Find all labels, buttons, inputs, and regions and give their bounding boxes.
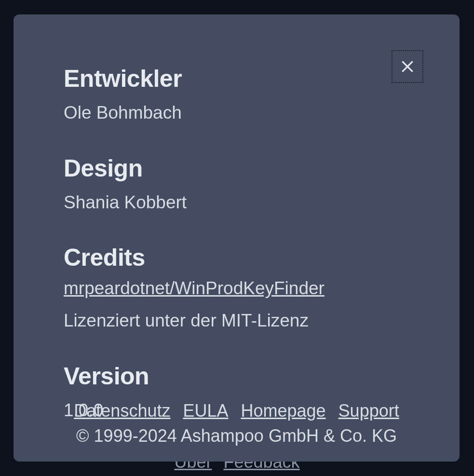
design-section: Design Shania Kobbert: [64, 154, 421, 216]
close-icon: [400, 59, 415, 74]
homepage-link[interactable]: Homepage: [241, 401, 325, 421]
credits-link[interactable]: mrpeardotnet/WinProdKeyFinder: [64, 278, 325, 299]
eula-link[interactable]: EULA: [183, 401, 228, 421]
developer-value: Ole Bohmbach: [64, 99, 421, 126]
credits-license: Lizenziert unter der MIT-Lizenz: [64, 307, 421, 334]
privacy-link[interactable]: Datenschutz: [74, 401, 170, 421]
credits-section: Credits mrpeardotnet/WinProdKeyFinder Li…: [64, 244, 421, 334]
footer-links: Datenschutz EULA Homepage Support: [14, 401, 460, 421]
design-value: Shania Kobbert: [64, 189, 421, 216]
credits-heading: Credits: [64, 244, 421, 272]
developer-section: Entwickler Ole Bohmbach: [64, 65, 421, 126]
support-link[interactable]: Support: [339, 401, 399, 421]
about-dialog: Entwickler Ole Bohmbach Design Shania Ko…: [14, 14, 460, 462]
close-button[interactable]: [392, 50, 423, 83]
version-heading: Version: [64, 362, 421, 390]
copyright-text: © 1999-2024 Ashampoo GmbH & Co. KG: [14, 426, 460, 446]
dialog-footer: Datenschutz EULA Homepage Support © 1999…: [14, 401, 460, 446]
developer-heading: Entwickler: [64, 65, 421, 93]
design-heading: Design: [64, 154, 421, 182]
